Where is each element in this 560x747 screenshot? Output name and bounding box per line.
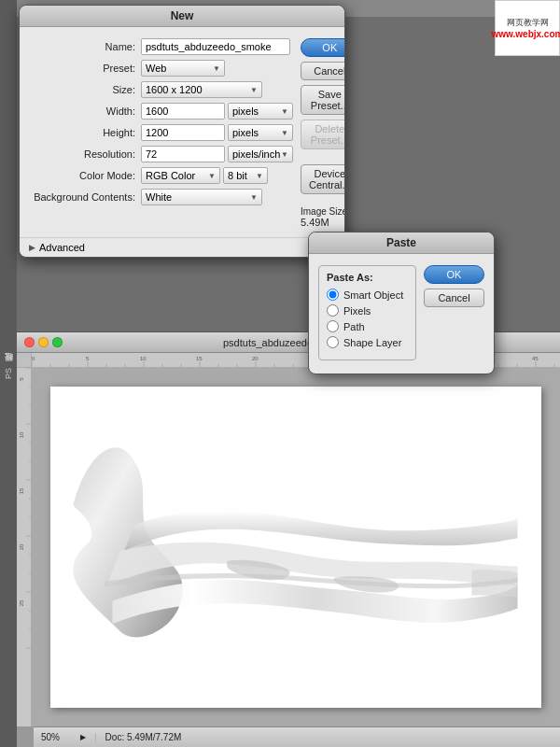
preset-arrow: ▼ [213,64,220,73]
preset-label: Preset: [29,63,141,74]
traffic-lights [24,337,63,347]
smart-object-label: Smart Object [343,289,403,301]
svg-text:20: 20 [19,543,24,550]
preset-value: Web [146,63,166,74]
image-size-area: Image Size: 5.49M [301,206,345,228]
ruler-corner [17,353,32,368]
svg-text:45: 45 [532,356,539,361]
name-label: Name: [29,41,141,52]
width-unit-select[interactable]: pixels ▼ [228,103,293,120]
paste-group-title: Paste As: [327,272,408,283]
radio-pixels[interactable] [327,304,339,317]
height-input[interactable] [141,124,225,141]
site1-text: 网页教学网 [507,17,549,29]
height-unit-select[interactable]: pixels ▼ [228,124,293,141]
canvas-main: 5 10 15 20 25 [17,353,560,726]
site2-text: www.webjx.com [492,29,560,39]
watermark-left-text: PS教程论坛 [3,368,15,379]
paste-left: Paste As: Smart Object Pixels Path Shape… [318,265,416,364]
pixels-label: Pixels [343,305,371,317]
status-bar: 50% ▶ | Doc: 5.49M/7.72M [34,726,560,747]
size-label: Size: [29,84,141,95]
height-unit: pixels [232,127,259,138]
radio-shape-layer[interactable] [327,336,339,348]
resolution-label: Resolution: [29,148,141,160]
dialog-new: New Name: Preset: Web ▼ Size: 1600 x 120… [19,5,345,258]
paste-cancel-button[interactable]: Cancel [424,289,484,307]
ruler-left: 5 10 15 20 25 [17,368,32,726]
canvas-area[interactable] [32,368,560,726]
advanced-label: Advanced [39,242,85,253]
color-mode-value: RGB Color [146,170,195,181]
maximize-button[interactable] [52,337,63,347]
bg-contents-value: White [146,191,172,203]
svg-text:10: 10 [19,431,24,438]
width-unit: pixels [232,106,259,117]
smoke-image [50,387,541,708]
color-mode-label: Color Mode: [29,170,141,181]
radio-smart-object[interactable] [327,289,339,301]
name-row: Name: [29,38,293,55]
width-label: Width: [29,106,141,117]
color-mode-row: Color Mode: RGB Color ▼ 8 bit ▼ [29,167,293,184]
resolution-input[interactable] [141,146,225,162]
image-size-value: 5.49M [301,217,345,228]
shape-layer-label: Shape Layer [343,337,401,348]
bg-contents-arrow: ▼ [250,193,258,202]
svg-text:15: 15 [19,487,24,494]
resolution-unit: pixels/inch [232,148,280,160]
close-button[interactable] [24,337,35,347]
svg-text:20: 20 [252,356,259,361]
device-central-button[interactable]: Device Central... [301,164,345,194]
canvas-right-area: 0 5 10 15 20 25 30 35 40 45 [32,353,560,726]
path-label: Path [343,321,365,332]
width-input[interactable] [141,103,225,120]
dialog-paste-titlebar: Paste [309,233,494,254]
ok-button[interactable]: OK [301,38,345,57]
radio-path[interactable] [327,320,339,332]
width-unit-arrow: ▼ [281,107,288,116]
svg-text:10: 10 [140,356,147,361]
advanced-row[interactable]: ▶ Advanced [20,237,344,257]
radio-smart-object-row[interactable]: Smart Object [327,289,408,301]
bg-contents-label: Background Contents: [29,191,141,203]
size-select[interactable]: 1600 x 1200 ▼ [141,81,262,98]
minimize-button[interactable] [38,337,49,347]
bits-arrow: ▼ [256,172,263,180]
bits-select[interactable]: 8 bit ▼ [223,167,268,184]
radio-pixels-row[interactable]: Pixels [327,304,408,317]
delete-preset-button: Delete Preset... [301,120,345,149]
name-input[interactable] [141,38,290,55]
watermark-right: 网页教学网 www.webjx.com [495,0,560,56]
paste-right: OK Cancel [424,265,484,364]
canvas-paper [50,387,541,708]
watermark-left: PS教程论坛 [0,0,17,747]
paste-group: Paste As: Smart Object Pixels Path Shape… [318,265,416,360]
width-row: Width: pixels ▼ [29,103,293,120]
preset-select[interactable]: Web ▼ [141,60,225,77]
save-preset-button[interactable]: Save Preset... [301,85,345,115]
bg-contents-row: Background Contents: White ▼ [29,189,293,205]
paste-body: Paste As: Smart Object Pixels Path Shape… [309,254,494,374]
doc-size: Doc: 5.49M/7.72M [105,732,182,742]
paste-ok-button[interactable]: OK [424,265,484,284]
canvas-left-area: 5 10 15 20 25 [17,353,32,726]
resolution-unit-select[interactable]: pixels/inch ▼ [228,146,293,162]
size-row: Size: 1600 x 1200 ▼ [29,81,293,98]
size-arrow: ▼ [250,86,258,94]
size-value: 1600 x 1200 [146,84,203,95]
height-label: Height: [29,127,141,138]
dialog-new-right: OK Cancel Save Preset... Delete Preset..… [301,38,345,228]
color-mode-select[interactable]: RGB Color ▼ [141,167,220,184]
resolution-unit-arrow: ▼ [281,150,288,159]
status-divider: | [94,732,97,742]
bg-contents-select[interactable]: White ▼ [141,189,262,205]
zoom-arrow-icon[interactable]: ▶ [80,733,86,741]
dialog-paste-title: Paste [386,236,416,249]
resolution-row: Resolution: pixels/inch ▼ [29,146,293,162]
dialog-new-titlebar: New [20,6,344,27]
cancel-button[interactable]: Cancel [301,62,345,80]
radio-path-row[interactable]: Path [327,320,408,332]
radio-shape-layer-row[interactable]: Shape Layer [327,336,408,348]
svg-text:25: 25 [19,599,24,606]
